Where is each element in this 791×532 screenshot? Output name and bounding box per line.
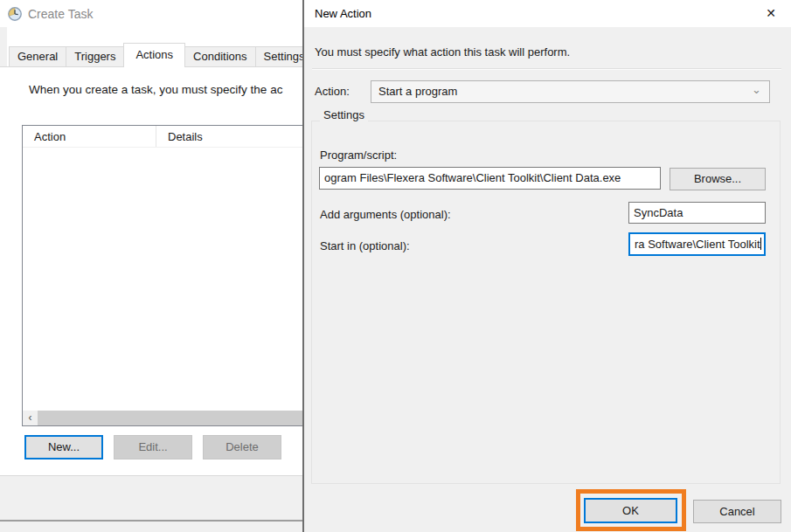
actions-listview: Action Details ‹	[22, 125, 302, 426]
tab-actions[interactable]: Actions	[123, 43, 185, 67]
tab-triggers[interactable]: Triggers	[66, 46, 124, 67]
dialog-message: You must specify what action this task w…	[315, 45, 570, 59]
create-task-titlebar: Create Task	[0, 0, 302, 27]
create-task-footer	[0, 476, 302, 532]
new-action-dialog: New Action ✕ You must specify what actio…	[302, 0, 791, 532]
start-in-input[interactable]: ra Software\Client Toolkit	[628, 232, 766, 256]
chevron-down-icon: ⌄	[752, 79, 761, 100]
listview-header: Action Details	[23, 126, 302, 148]
action-label: Action:	[315, 85, 350, 98]
listview-body-empty[interactable]	[23, 149, 302, 410]
create-task-tabs: General Triggers Actions Conditions Sett…	[9, 43, 302, 67]
tab-settings[interactable]: Settings	[256, 46, 302, 67]
actions-tab-page: When you create a task, you must specify…	[0, 66, 302, 476]
footer-divider	[0, 520, 302, 522]
ok-button[interactable]: OK	[584, 498, 677, 523]
new-button[interactable]: New...	[24, 435, 103, 459]
header-separator	[312, 68, 781, 70]
cancel-button[interactable]: Cancel	[693, 500, 781, 523]
close-icon[interactable]: ✕	[758, 0, 784, 27]
new-action-title: New Action	[315, 0, 371, 27]
action-dropdown-value: Start a program	[378, 85, 457, 98]
create-task-title: Create Task	[28, 7, 93, 21]
task-scheduler-clock-icon	[8, 7, 22, 21]
browse-button[interactable]: Browse...	[670, 168, 766, 190]
horizontal-scrollbar[interactable]: ‹	[23, 411, 302, 425]
scrollbar-thumb[interactable]	[38, 411, 302, 425]
actions-button-row: New... Edit... Delete	[0, 435, 302, 459]
program-script-input[interactable]: ogram Files\Flexera Software\Client Tool…	[319, 167, 661, 190]
tab-general[interactable]: General	[9, 46, 66, 67]
add-arguments-input[interactable]: SyncData	[628, 202, 766, 224]
start-in-label: Start in (optional):	[320, 239, 410, 252]
column-header-details[interactable]: Details	[156, 126, 302, 147]
screen: Create Task General Triggers Actions Con…	[0, 0, 791, 532]
new-action-titlebar: New Action ✕	[304, 0, 791, 27]
edit-button: Edit...	[114, 435, 192, 459]
scrollbar-left-arrow-icon[interactable]: ‹	[23, 411, 38, 425]
start-in-value: ra Software\Client Toolkit	[635, 238, 760, 251]
action-dropdown[interactable]: Start a program ⌄	[371, 80, 770, 103]
program-script-label: Program/script:	[320, 149, 397, 162]
delete-button: Delete	[203, 435, 281, 459]
column-header-action[interactable]: Action	[23, 126, 156, 147]
text-caret	[760, 238, 761, 250]
actions-intro-text: When you create a task, you must specify…	[29, 83, 282, 96]
tab-conditions[interactable]: Conditions	[185, 46, 255, 67]
create-task-window: Create Task General Triggers Actions Con…	[0, 0, 302, 532]
settings-group-label: Settings	[320, 108, 368, 121]
add-arguments-label: Add arguments (optional):	[320, 208, 451, 221]
